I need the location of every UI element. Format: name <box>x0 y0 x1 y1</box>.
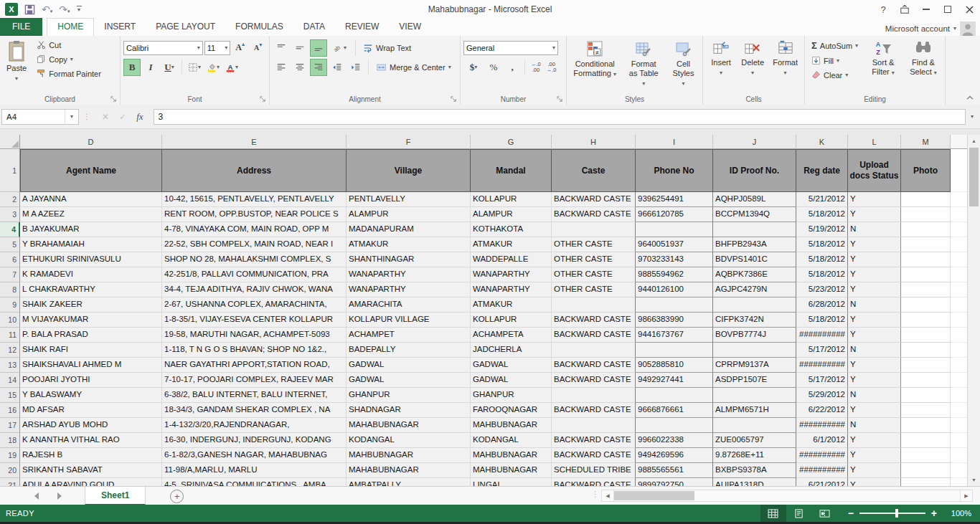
header-cell-I1[interactable]: Phone No <box>636 149 713 192</box>
cell-F9[interactable]: AMARACHITA <box>347 297 471 313</box>
excel-app-icon[interactable]: X <box>5 3 18 16</box>
column-header-M[interactable]: M <box>901 135 951 149</box>
cell-F2[interactable]: PENTLAVELLY <box>347 192 471 207</box>
page-break-preview-button[interactable] <box>812 505 838 522</box>
cell-J20[interactable]: BXBPS9378A <box>713 463 796 478</box>
merge-center-button[interactable]: Merge & Center ▾ <box>372 60 455 75</box>
sheet-tab-sheet1[interactable]: Sheet1 <box>85 487 146 505</box>
cell-I20[interactable]: 9885565561 <box>636 463 713 478</box>
shrink-font-button[interactable]: A▾ <box>250 39 266 57</box>
cell-F8[interactable]: WANAPARTHY <box>347 282 471 297</box>
vertical-scroll-thumb[interactable] <box>969 148 979 206</box>
cell-G10[interactable]: KOLLAPUR <box>471 313 552 328</box>
paste-button[interactable]: Paste▾ <box>3 38 30 85</box>
cell-L19[interactable]: Y <box>848 448 901 463</box>
accounting-format-button[interactable]: $▾ <box>463 59 484 76</box>
cell-H7[interactable]: OTHER CASTE <box>552 267 636 282</box>
cell-F11[interactable]: ACHAMPET <box>347 328 471 343</box>
cell-I7[interactable]: 9885594962 <box>636 267 713 282</box>
decrease-indent-button[interactable] <box>329 59 346 76</box>
conditional-formatting-button[interactable]: ≠ Conditional Formatting ▾ <box>570 38 620 93</box>
tab-formulas[interactable]: FORMULAS <box>225 18 293 36</box>
cell-H2[interactable]: BACKWARD CASTE <box>552 192 636 207</box>
scroll-left-icon[interactable]: ◀ <box>602 490 614 501</box>
cell-K5[interactable]: 5/18/2012 <box>796 237 848 252</box>
header-cell-E1[interactable]: Address <box>162 149 347 192</box>
cell-D2[interactable]: A JAYANNA <box>20 192 162 207</box>
cell-J19[interactable]: 9.87268E+11 <box>713 448 796 463</box>
row-header-20[interactable]: 20 <box>0 463 20 478</box>
cell-G16[interactable]: FAROOQNAGAR <box>471 403 552 418</box>
redo-icon[interactable]: ↷▾ <box>59 4 70 14</box>
zoom-slider-thumb[interactable] <box>895 509 898 518</box>
cell-K9[interactable]: 6/28/2012 <box>796 297 848 313</box>
cell-M14[interactable] <box>901 373 951 388</box>
cell-H16[interactable]: BACKWARD CASTE <box>552 403 636 418</box>
cell-D16[interactable]: MD AFSAR <box>20 403 162 418</box>
cell-F18[interactable]: KODANGAL <box>347 433 471 448</box>
autosum-button[interactable]: Σ AutoSum ▾ <box>808 38 862 53</box>
cell-M12[interactable] <box>901 343 951 358</box>
scroll-down-icon[interactable]: ▼ <box>968 474 980 486</box>
cell-E12[interactable]: 1-118, T N G O S BHAVAN; SHOP NO 1&2., <box>162 343 347 358</box>
normal-view-button[interactable] <box>760 505 786 522</box>
header-cell-L1[interactable]: Upload docs Status <box>848 149 901 192</box>
row-header-9[interactable]: 9 <box>0 297 20 313</box>
name-box[interactable]: A4 ▾ <box>1 109 79 125</box>
new-sheet-button[interactable]: + <box>170 490 184 503</box>
cell-K2[interactable]: 5/21/2012 <box>796 192 848 207</box>
cell-F13[interactable]: GADWAL <box>347 358 471 373</box>
cell-I10[interactable]: 9866383990 <box>636 313 713 328</box>
row-header-16[interactable]: 16 <box>0 403 20 418</box>
tab-data[interactable]: DATA <box>293 18 335 36</box>
cell-F5[interactable]: ATMAKUR <box>347 237 471 252</box>
cell-I6[interactable]: 9703233143 <box>636 252 713 267</box>
row-header-18[interactable]: 18 <box>0 433 20 448</box>
cell-L14[interactable]: Y <box>848 373 901 388</box>
cell-H8[interactable]: OTHER CASTE <box>552 282 636 297</box>
zoom-level[interactable]: 100% <box>944 509 980 518</box>
row-header-7[interactable]: 7 <box>0 267 20 282</box>
cell-D20[interactable]: SRIKANTH SABAVAT <box>20 463 162 478</box>
cell-H19[interactable]: BACKWARD CASTE <box>552 448 636 463</box>
cell-L2[interactable]: Y <box>848 192 901 207</box>
cell-L21[interactable]: Y <box>848 478 901 486</box>
column-header-E[interactable]: E <box>162 135 347 149</box>
cell-L20[interactable]: Y <box>848 463 901 478</box>
cell-D5[interactable]: Y BRAHAMAIAH <box>20 237 162 252</box>
cell-D3[interactable]: M A AZEEZ <box>20 207 162 222</box>
cell-F6[interactable]: SHANTHINAGAR <box>347 252 471 267</box>
cell-I9[interactable] <box>636 297 713 313</box>
tab-insert[interactable]: INSERT <box>94 18 146 36</box>
cell-K16[interactable]: 6/22/2012 <box>796 403 848 418</box>
cell-G15[interactable]: GHANPUR <box>471 388 552 403</box>
cell-M2[interactable] <box>901 192 951 207</box>
sort-filter-button[interactable]: AZ Sort & Filter ▾ <box>864 38 902 93</box>
cell-M3[interactable] <box>901 207 951 222</box>
row-header-13[interactable]: 13 <box>0 358 20 373</box>
cell-K13[interactable]: ########## <box>796 358 848 373</box>
cell-D4[interactable]: B JAYAKUMAR <box>20 222 162 237</box>
grow-font-button[interactable]: A▴ <box>232 39 248 57</box>
cell-L17[interactable]: N <box>848 418 901 433</box>
cell-K6[interactable]: 5/18/2012 <box>796 252 848 267</box>
column-header-G[interactable]: G <box>471 135 552 149</box>
cell-G3[interactable]: ALAMPUR <box>471 207 552 222</box>
cell-G11[interactable]: ACHAMPETA <box>471 328 552 343</box>
cell-G19[interactable]: MAHBUBNAGAR <box>471 448 552 463</box>
cell-J15[interactable] <box>713 388 796 403</box>
cell-I2[interactable]: 9396254491 <box>636 192 713 207</box>
cell-G7[interactable]: WANAPARTHY <box>471 267 552 282</box>
column-header-K[interactable]: K <box>796 135 848 149</box>
cell-G9[interactable]: ATMAKUR <box>471 297 552 313</box>
cell-I17[interactable] <box>636 418 713 433</box>
cell-M4[interactable] <box>901 222 951 237</box>
cell-E10[interactable]: 1-8-35/1, VIJAY-ESEVA CENTER KOLLAPUR <box>162 313 347 328</box>
format-cells-button[interactable]: Format▾ <box>769 38 801 93</box>
cell-D15[interactable]: Y BALASWAMY <box>20 388 162 403</box>
cell-F14[interactable]: GADWAL <box>347 373 471 388</box>
cell-E2[interactable]: 10-42, 15615, PENTLAVELLY, PENTLAVELLY <box>162 192 347 207</box>
cell-L8[interactable]: Y <box>848 282 901 297</box>
cell-G14[interactable]: GADWAL <box>471 373 552 388</box>
cell-E16[interactable]: 18-34/3, GANDAM SHEKAR COMPLEX , NA <box>162 403 347 418</box>
